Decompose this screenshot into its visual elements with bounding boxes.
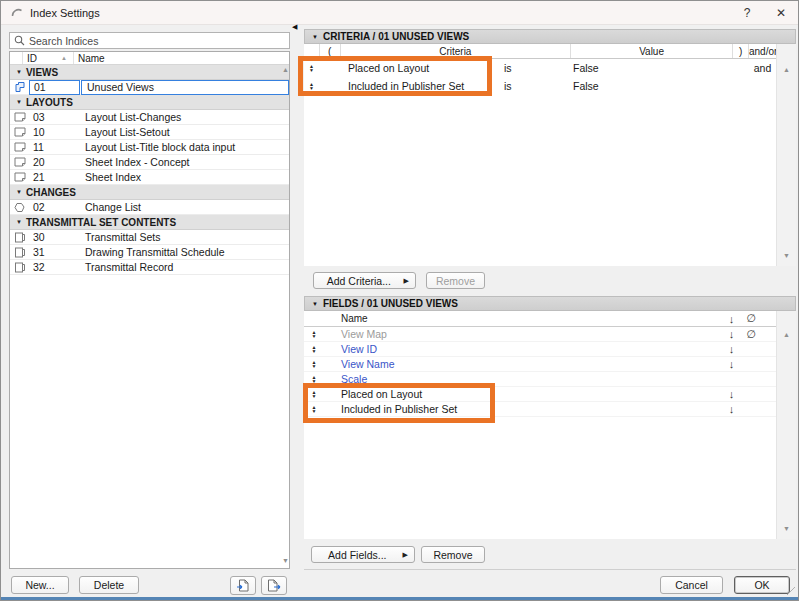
criteria-value[interactable]: False [571, 62, 734, 74]
sort-down-icon[interactable]: ↓ [722, 403, 741, 415]
resize-grip[interactable] [787, 587, 795, 595]
collapse-icon: ▼ [16, 219, 22, 225]
search-box[interactable] [9, 32, 290, 49]
collapse-icon: ▼ [16, 189, 22, 195]
reorder-handle-icon[interactable]: ▲▼ [312, 345, 317, 353]
group-header-changes[interactable]: ▼ CHANGES [10, 185, 289, 200]
layout-icon [10, 112, 29, 122]
sort-down-icon[interactable]: ↓ [722, 358, 741, 370]
window-bottom-edge [1, 597, 798, 600]
list-item[interactable]: 10 Layout List-Setout [10, 125, 289, 140]
list-item-selected[interactable]: 01 Unused Views [10, 80, 289, 95]
group-label: CHANGES [26, 187, 76, 198]
criteria-name[interactable]: Placed on Layout [348, 62, 429, 74]
col-id: ID [27, 53, 37, 64]
scroll-down-icon[interactable]: ▼ [282, 557, 289, 564]
sort-down-icon[interactable]: ↓ [722, 343, 741, 355]
list-item[interactable]: 02 Change List [10, 200, 289, 215]
export-index-button[interactable] [261, 576, 287, 595]
col-name: Name [74, 53, 289, 64]
sort-down-icon[interactable]: ↓ [722, 388, 741, 400]
sort-down-icon[interactable]: ↓ [722, 328, 741, 340]
layout-icon [10, 127, 29, 137]
delete-button[interactable]: Delete [79, 576, 139, 594]
collapse-icon: ▼ [312, 34, 318, 40]
group-header-transmittal[interactable]: ▼ TRANSMITTAL SET CONTENTS [10, 215, 289, 230]
scroll-down-icon[interactable]: ▼ [783, 525, 790, 532]
item-id: 20 [29, 156, 80, 168]
close-button[interactable]: ✕ [764, 2, 798, 24]
item-id: 21 [29, 171, 80, 183]
field-name[interactable]: View ID [324, 343, 722, 355]
group-header-views[interactable]: ▼ VIEWS [10, 65, 289, 80]
field-row[interactable]: ▲▼ Scale [304, 372, 776, 387]
scroll-up-icon[interactable]: ▲ [282, 66, 289, 73]
criteria-row[interactable]: ▲▼ Included in Publisher Setis False [304, 77, 776, 95]
list-item[interactable]: 30 Transmittal Sets [10, 230, 289, 245]
scroll-up-icon[interactable]: ▲ [783, 66, 790, 73]
list-header[interactable]: ID▲ Name [10, 52, 289, 65]
fields-section-bar[interactable]: ▼ FIELDS / 01 UNUSED VIEWS [304, 296, 796, 311]
scroll-down-icon[interactable]: ▼ [783, 252, 790, 259]
help-button[interactable]: ? [730, 2, 764, 24]
criteria-table: ( Criteria Value ) and/or ▲▼ Placed on L… [304, 44, 776, 266]
reorder-handle-icon[interactable]: ▲▼ [312, 405, 317, 413]
view-index-icon [10, 81, 29, 93]
field-row[interactable]: ▲▼ View ID ↓ [304, 342, 776, 357]
reorder-handle-icon[interactable]: ▲▼ [312, 390, 317, 398]
criteria-operator[interactable]: is [504, 80, 512, 92]
reorder-handle-icon[interactable]: ▲▼ [312, 360, 317, 368]
new-button[interactable]: New... [11, 576, 69, 594]
group-label: TRANSMITTAL SET CONTENTS [26, 217, 176, 228]
reorder-handle-icon[interactable]: ▲▼ [312, 375, 317, 383]
index-list: ID▲ Name ▼ VIEWS 01 Unused Views ▼ LAYOU… [9, 51, 290, 569]
item-name: Sheet Index - Concept [80, 156, 289, 168]
field-name[interactable]: Included in Publisher Set [324, 403, 722, 415]
import-index-button[interactable] [230, 576, 256, 595]
fields-scrollbar[interactable]: ▲ ▼ [776, 311, 796, 539]
field-row[interactable]: ▲▼ Placed on Layout ↓ [304, 387, 776, 402]
import-icon [236, 579, 250, 592]
add-fields-button[interactable]: Add Fields... ▶ [311, 546, 415, 563]
list-item[interactable]: 11 Layout List-Title block data input [10, 140, 289, 155]
group-header-layouts[interactable]: ▼ LAYOUTS [10, 95, 289, 110]
criteria-value[interactable]: False [571, 80, 734, 92]
cancel-button[interactable]: Cancel [660, 576, 723, 594]
item-name: Layout List-Changes [80, 111, 289, 123]
dialog-icon [10, 6, 24, 20]
ok-button[interactable]: OK [734, 576, 790, 594]
list-item[interactable]: 20 Sheet Index - Concept [10, 155, 289, 170]
scroll-up-icon[interactable]: ▲ [783, 331, 790, 338]
reorder-handle-icon[interactable]: ▲▼ [309, 82, 314, 90]
criteria-operator[interactable]: is [504, 62, 512, 74]
reorder-handle-icon[interactable]: ▲▼ [309, 64, 314, 72]
remove-fields-button[interactable]: Remove [421, 546, 485, 563]
criteria-andor[interactable]: and [749, 62, 776, 74]
list-item[interactable]: 32 Transmittal Record [10, 260, 289, 275]
layout-icon [10, 142, 29, 152]
list-item[interactable]: 03 Layout List-Changes [10, 110, 289, 125]
list-item[interactable]: 21 Sheet Index [10, 170, 289, 185]
criteria-section-bar[interactable]: ▼ CRITERIA / 01 UNUSED VIEWS [304, 29, 796, 44]
hidden-field-icon[interactable]: ∅ [741, 328, 761, 341]
reorder-handle-icon[interactable]: ▲▼ [312, 330, 317, 338]
criteria-scrollbar[interactable]: ▲ ▼ [776, 44, 796, 266]
item-id: 31 [29, 246, 80, 258]
field-name[interactable]: Placed on Layout [324, 388, 722, 400]
criteria-name[interactable]: Included in Publisher Set [348, 80, 464, 92]
field-name[interactable]: Scale [324, 373, 722, 385]
field-name[interactable]: View Map [324, 328, 722, 340]
field-row[interactable]: ▲▼ View Map ↓ ∅ [304, 327, 776, 342]
add-criteria-button[interactable]: Add Criteria... ▶ [313, 272, 416, 289]
fields-section-title: FIELDS / 01 UNUSED VIEWS [323, 298, 458, 309]
panel-splitter-icon[interactable]: ◀ [292, 23, 297, 31]
field-name[interactable]: View Name [324, 358, 722, 370]
criteria-row[interactable]: ▲▼ Placed on Layoutis False and [304, 59, 776, 77]
change-icon [10, 202, 29, 213]
fields-table: Name ↓ ∅ ▲▼ View Map ↓ ∅ ▲▼ View ID ↓ ▲▼… [304, 311, 776, 539]
col-name: Name [324, 313, 722, 324]
list-item[interactable]: 31 Drawing Transmittal Schedule [10, 245, 289, 260]
field-row[interactable]: ▲▼ Included in Publisher Set ↓ [304, 402, 776, 417]
field-row[interactable]: ▲▼ View Name ↓ [304, 357, 776, 372]
search-input[interactable] [29, 35, 289, 47]
